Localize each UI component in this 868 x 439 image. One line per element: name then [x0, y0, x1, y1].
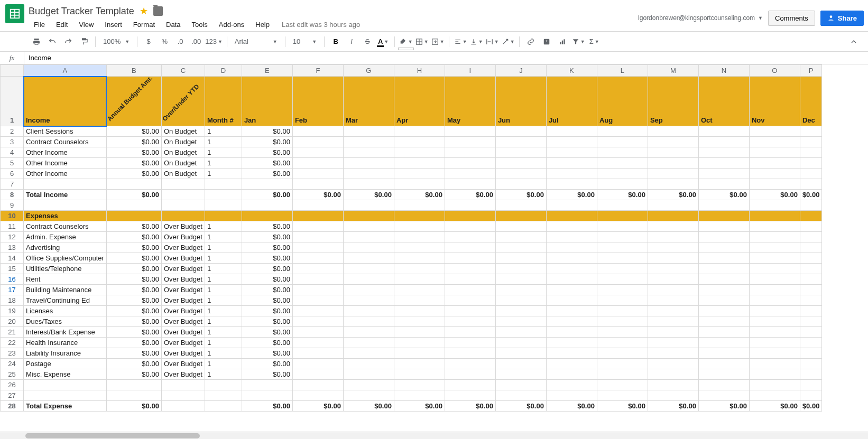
cell-J1[interactable]: Jun	[495, 77, 546, 126]
col-header-E[interactable]: E	[242, 65, 292, 77]
cell-J12[interactable]	[495, 232, 546, 242]
cell-C14[interactable]: Over Budget	[161, 253, 205, 264]
cell-C3[interactable]: On Budget	[161, 137, 205, 147]
cell-L16[interactable]	[597, 274, 648, 285]
cell-K18[interactable]	[546, 295, 597, 306]
cell-L2[interactable]	[597, 126, 648, 137]
cell-F14[interactable]	[292, 253, 343, 264]
cell-D24[interactable]: 1	[205, 359, 242, 369]
cell-D21[interactable]: 1	[205, 327, 242, 338]
cell-C8[interactable]	[161, 190, 205, 200]
cell-H14[interactable]	[394, 253, 445, 264]
cell-K17[interactable]	[546, 285, 597, 295]
cell-I6[interactable]	[445, 169, 495, 179]
cell-F7[interactable]	[292, 179, 343, 190]
cell-I20[interactable]	[445, 316, 495, 327]
cell-A28[interactable]: Total Expense	[24, 401, 107, 412]
row-header-13[interactable]: 13	[1, 242, 24, 253]
cell-O17[interactable]	[749, 285, 800, 295]
cell-H23[interactable]	[394, 348, 445, 359]
cell-F8[interactable]: $0.00	[292, 190, 343, 200]
row-header-2[interactable]: 2	[1, 126, 24, 137]
cell-E22[interactable]: $0.00	[242, 338, 292, 348]
spreadsheet-grid[interactable]: ABCDEFGHIJKLMNOP1IncomeAnnual Budget Amt…	[0, 64, 868, 432]
col-header-O[interactable]: O	[749, 65, 800, 77]
cell-I21[interactable]	[445, 327, 495, 338]
cell-K1[interactable]: Jul	[546, 77, 597, 126]
row-header-17[interactable]: 17	[1, 285, 24, 295]
cell-O8[interactable]: $0.00	[749, 190, 800, 200]
row-header-21[interactable]: 21	[1, 327, 24, 338]
cell-E26[interactable]	[242, 380, 292, 390]
cell-E24[interactable]: $0.00	[242, 359, 292, 369]
cell-F2[interactable]	[292, 126, 343, 137]
cell-J5[interactable]	[495, 158, 546, 169]
cell-G27[interactable]	[343, 390, 394, 401]
cell-C17[interactable]: Over Budget	[161, 285, 205, 295]
cell-L21[interactable]	[597, 327, 648, 338]
cell-M4[interactable]	[648, 147, 698, 158]
cell-D1[interactable]: Month #	[205, 77, 242, 126]
cell-D18[interactable]: 1	[205, 295, 242, 306]
cell-C28[interactable]	[161, 401, 205, 412]
cell-N19[interactable]	[698, 306, 749, 316]
cell-I4[interactable]	[445, 147, 495, 158]
comments-button[interactable]: Comments	[768, 11, 815, 26]
cell-L9[interactable]	[597, 200, 648, 211]
col-header-K[interactable]: K	[546, 65, 597, 77]
cell-E18[interactable]: $0.00	[242, 295, 292, 306]
cell-K11[interactable]	[546, 221, 597, 232]
cell-N4[interactable]	[698, 147, 749, 158]
cell-N26[interactable]	[698, 380, 749, 390]
cell-K12[interactable]	[546, 232, 597, 242]
row-header-22[interactable]: 22	[1, 338, 24, 348]
cell-A19[interactable]: Licenses	[24, 306, 107, 316]
cell-F17[interactable]	[292, 285, 343, 295]
cell-A5[interactable]: Other Income	[24, 158, 107, 169]
currency-icon[interactable]: $	[142, 35, 155, 49]
cell-G22[interactable]	[343, 338, 394, 348]
cell-O5[interactable]	[749, 158, 800, 169]
cell-D25[interactable]: 1	[205, 369, 242, 380]
cell-G18[interactable]	[343, 295, 394, 306]
merge-cells-button[interactable]: ▼	[431, 35, 445, 49]
cell-L5[interactable]	[597, 158, 648, 169]
cell-L28[interactable]: $0.00	[597, 401, 648, 412]
cell-F16[interactable]	[292, 274, 343, 285]
cell-L1[interactable]: Aug	[597, 77, 648, 126]
cell-G17[interactable]	[343, 285, 394, 295]
cell-O19[interactable]	[749, 306, 800, 316]
menu-addons[interactable]: Add-ons	[214, 18, 250, 31]
cell-N21[interactable]	[698, 327, 749, 338]
cell-I14[interactable]	[445, 253, 495, 264]
cell-N23[interactable]	[698, 348, 749, 359]
cell-D15[interactable]: 1	[205, 264, 242, 274]
borders-button[interactable]: ▼	[415, 35, 429, 49]
comment-icon[interactable]: +	[540, 35, 553, 49]
cell-O13[interactable]	[749, 242, 800, 253]
cell-H26[interactable]	[394, 380, 445, 390]
cell-D12[interactable]: 1	[205, 232, 242, 242]
cell-N16[interactable]	[698, 274, 749, 285]
cell-F27[interactable]	[292, 390, 343, 401]
cell-J8[interactable]: $0.00	[495, 190, 546, 200]
cell-E2[interactable]: $0.00	[242, 126, 292, 137]
cell-D26[interactable]	[205, 380, 242, 390]
cell-C7[interactable]	[161, 179, 205, 190]
cell-D7[interactable]	[205, 179, 242, 190]
cell-I2[interactable]	[445, 126, 495, 137]
cell-H12[interactable]	[394, 232, 445, 242]
row-header-24[interactable]: 24	[1, 359, 24, 369]
cell-N14[interactable]	[698, 253, 749, 264]
cell-J6[interactable]	[495, 169, 546, 179]
cell-D22[interactable]: 1	[205, 338, 242, 348]
cell-A14[interactable]: Office Supplies/Computer	[24, 253, 107, 264]
cell-C21[interactable]: Over Budget	[161, 327, 205, 338]
cell-B4[interactable]: $0.00	[106, 147, 161, 158]
menu-data[interactable]: Data	[161, 18, 186, 31]
cell-E7[interactable]	[242, 179, 292, 190]
col-header-F[interactable]: F	[292, 65, 343, 77]
menu-help[interactable]: Help	[250, 18, 275, 31]
cell-P5[interactable]	[800, 158, 822, 169]
zoom-select[interactable]: 100%▼	[100, 38, 133, 45]
